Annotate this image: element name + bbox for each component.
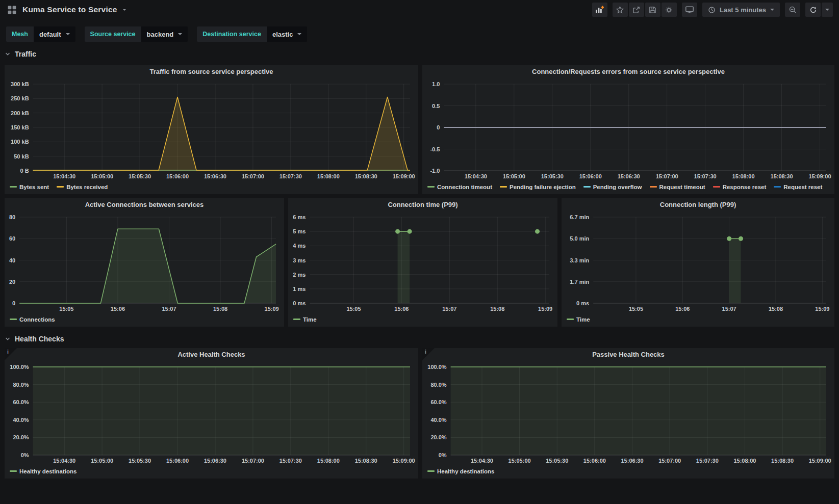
svg-text:150 kB: 150 kB (11, 124, 29, 130)
toolbar: Last 5 minutes (592, 3, 833, 17)
star-button[interactable] (613, 3, 628, 17)
svg-text:40.0%: 40.0% (13, 417, 29, 423)
legend-item-bytes-sent[interactable]: Bytes sent (10, 184, 49, 190)
legend-item-healthy-destinations[interactable]: Healthy destinations (10, 468, 77, 474)
connections-chart-plot[interactable]: 15:0515:0615:0715:0815:09020406080 (5, 211, 284, 313)
svg-text:15:07:30: 15:07:30 (694, 173, 717, 179)
share-button[interactable] (629, 3, 644, 17)
svg-text:20.0%: 20.0% (430, 434, 446, 440)
info-icon[interactable]: i (425, 349, 426, 355)
svg-text:20: 20 (9, 279, 15, 285)
svg-text:15:04:30: 15:04:30 (53, 458, 75, 464)
svg-text:3 ms: 3 ms (293, 257, 306, 263)
template-variables-bar: Mesh default Source service backend Dest… (6, 26, 833, 42)
dashboard-title-caret-icon (123, 9, 126, 11)
page-title: Kuma Service to Service (22, 5, 117, 14)
svg-text:15:06: 15:06 (675, 306, 690, 312)
panel-info-corner[interactable] (5, 348, 17, 360)
info-icon[interactable]: i (7, 349, 9, 355)
legend-label: Connection timeout (437, 184, 492, 190)
svg-text:15:07:00: 15:07:00 (656, 173, 678, 179)
time-picker-button[interactable]: Last 5 minutes (702, 3, 780, 17)
variable-mesh-select[interactable]: default (34, 26, 75, 42)
svg-text:15:04:30: 15:04:30 (53, 173, 75, 179)
legend-item-connection-timeout[interactable]: Connection timeout (427, 184, 492, 190)
legend-item-pending-overflow[interactable]: Pending overflow (583, 184, 642, 190)
health-checks-row-panels: i Active Health Checks 15:04:3015:05:001… (0, 348, 839, 479)
svg-text:0%: 0% (439, 452, 447, 458)
panel-title[interactable]: Connection time (P99) (288, 198, 557, 211)
active-health-chart-plot[interactable]: 15:04:3015:05:0015:05:3015:06:0015:06:30… (5, 361, 418, 465)
legend-swatch (500, 186, 507, 188)
svg-text:15:09: 15:09 (538, 306, 552, 312)
time-range-label: Last 5 minutes (720, 6, 766, 14)
variable-destination-service-label: Destination service (197, 26, 267, 42)
svg-text:15:06:00: 15:06:00 (583, 458, 606, 464)
svg-text:0 ms: 0 ms (293, 300, 306, 306)
dashboard-title-button[interactable]: Kuma Service to Service (7, 5, 126, 15)
variable-source-service-label: Source service (85, 26, 141, 42)
panel-title[interactable]: Passive Health Checks (422, 348, 834, 361)
chart-legend: Connection timeoutPending failure ejecti… (422, 181, 834, 194)
svg-text:6 ms: 6 ms (293, 214, 306, 220)
save-icon (648, 6, 657, 14)
chart-legend: Connections (5, 313, 284, 327)
refresh-button[interactable] (805, 3, 821, 17)
svg-text:15:09:00: 15:09:00 (808, 173, 831, 179)
legend-item-healthy-destinations[interactable]: Healthy destinations (427, 468, 494, 474)
legend-item-connections[interactable]: Connections (10, 316, 55, 323)
variable-source-service: Source service backend (85, 26, 188, 42)
share-icon (632, 6, 641, 14)
chart-svg: 15:0515:0615:0715:0815:090 ms1.7 min3.3 … (562, 211, 834, 313)
legend-swatch (427, 470, 435, 472)
variable-destination-service-select[interactable]: elastic (267, 26, 307, 42)
legend-item-pending-failure-ejection[interactable]: Pending failure ejection (500, 184, 576, 190)
zoom-out-button[interactable] (785, 3, 800, 17)
svg-text:15:07:00: 15:07:00 (242, 173, 264, 179)
svg-text:15:08:00: 15:08:00 (733, 458, 756, 464)
variable-mesh-value: default (39, 31, 61, 38)
panel-title[interactable]: Connection length (P99) (562, 198, 834, 211)
panel-title[interactable]: Traffic from source service perspective (5, 65, 418, 78)
svg-text:15:05:30: 15:05:30 (129, 458, 151, 464)
legend-item-bytes-received[interactable]: Bytes received (57, 184, 108, 190)
legend-item-request-timeout[interactable]: Request timeout (650, 184, 705, 190)
svg-text:15:08:30: 15:08:30 (771, 458, 794, 464)
svg-text:15:07: 15:07 (722, 306, 736, 312)
panel-title[interactable]: Connection/Requests errors from source s… (422, 65, 834, 78)
panel-info-corner[interactable] (422, 348, 435, 360)
legend-label: Pending failure ejection (510, 184, 576, 190)
traffic-chart-plot[interactable]: 15:04:3015:05:0015:05:3015:06:0015:06:30… (5, 78, 418, 181)
chevron-down-icon (5, 51, 11, 57)
errors-chart-plot[interactable]: 15:04:3015:05:0015:05:3015:06:0015:06:30… (422, 78, 834, 181)
traffic-row2-panels: Active Connections between services 15:0… (0, 198, 839, 327)
settings-button[interactable] (662, 3, 677, 17)
row-header-traffic[interactable]: Traffic (5, 48, 834, 60)
gear-icon (665, 6, 673, 14)
tv-cycle-button[interactable] (682, 3, 697, 17)
svg-text:60: 60 (9, 235, 15, 242)
variable-source-service-value: backend (147, 31, 174, 38)
panel-title[interactable]: Active Connections between services (5, 198, 284, 211)
passive-health-chart-plot[interactable]: 15:04:3015:05:0015:05:3015:06:0015:06:30… (422, 361, 834, 465)
row-title: Traffic (15, 50, 36, 58)
variable-source-service-select[interactable]: backend (141, 26, 188, 42)
star-icon (616, 6, 624, 14)
connection-time-chart-plot[interactable]: 15:0515:0615:0715:0815:090 ms1 ms2 ms3 m… (288, 211, 557, 313)
connection-length-chart-plot[interactable]: 15:0515:0615:0715:0815:090 ms1.7 min3.3 … (562, 211, 834, 313)
refresh-interval-button[interactable] (822, 3, 833, 17)
legend-swatch (713, 186, 720, 188)
save-button[interactable] (645, 3, 660, 17)
svg-text:15:08:30: 15:08:30 (355, 173, 377, 179)
chart-svg: 15:0515:0615:0715:0815:090 ms1 ms2 ms3 m… (288, 211, 557, 313)
time-picker-caret-icon (770, 9, 774, 11)
add-panel-button[interactable] (592, 3, 607, 17)
panel-title[interactable]: Active Health Checks (5, 348, 418, 361)
legend-item-response-reset[interactable]: Response reset (713, 184, 767, 190)
legend-item-request-reset[interactable]: Request reset (774, 184, 822, 190)
svg-text:15:07: 15:07 (162, 306, 176, 312)
legend-item-time[interactable]: Time (567, 316, 590, 323)
svg-text:15:07:00: 15:07:00 (242, 458, 264, 464)
row-header-health-checks[interactable]: Health Checks (5, 333, 834, 345)
legend-item-time[interactable]: Time (293, 316, 317, 323)
